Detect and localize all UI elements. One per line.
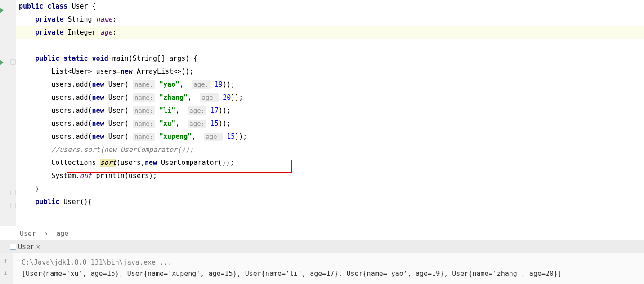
- param-hint: name:: [133, 93, 155, 102]
- code-line: users.add(new User( name: "xu", age: 15)…: [16, 117, 644, 130]
- code-editor[interactable]: public class User { private String name;…: [16, 0, 644, 226]
- number: 19: [215, 80, 223, 89]
- keyword: public: [35, 198, 59, 206]
- keyword: public: [19, 2, 43, 10]
- params: (String[] args) {: [129, 54, 198, 62]
- param-hint: age:: [188, 120, 206, 128]
- code-text: ));: [235, 133, 247, 141]
- comment: //users.sort(new UserComparator());: [19, 146, 193, 154]
- code-text: User(: [104, 133, 129, 141]
- code-text: ));: [223, 80, 235, 89]
- code-line-highlighted: Collections.sort(users,new UserComparato…: [16, 156, 644, 169]
- code-text: ,: [175, 120, 183, 128]
- code-text: ));: [219, 106, 231, 115]
- field: out: [80, 172, 92, 180]
- code-line: public User(){: [16, 195, 644, 209]
- string: "xupeng": [159, 133, 192, 141]
- split-border[interactable]: [569, 0, 569, 226]
- fold-icon[interactable]: [10, 190, 16, 195]
- punct: ;: [112, 15, 116, 23]
- param-hint: name:: [133, 80, 155, 89]
- method-name: main: [112, 54, 129, 62]
- keyword: new: [92, 106, 104, 115]
- code-text: ArrayList<>();: [133, 67, 193, 75]
- param-hint: age:: [204, 133, 223, 141]
- fold-icon[interactable]: [10, 203, 16, 208]
- code-line: public class User {: [16, 0, 644, 13]
- param-hint: age:: [200, 93, 219, 102]
- code-text: (users,: [116, 159, 145, 167]
- keyword: new: [145, 159, 157, 167]
- run-marker-icon[interactable]: [0, 8, 4, 13]
- code-text: users.add(: [19, 80, 92, 89]
- gutter: [0, 0, 16, 226]
- field: age: [100, 28, 112, 36]
- string: "xu": [159, 120, 175, 128]
- code-text: ,: [179, 80, 188, 89]
- keyword: private: [35, 28, 63, 36]
- code-text: Collections.: [19, 159, 100, 167]
- code-line: public static void main(String[] args) {: [16, 52, 644, 65]
- code-line: users.add(new User( name: "zhang", age: …: [16, 91, 644, 104]
- code-line-active: private Integer age;: [16, 26, 644, 39]
- param-hint: age:: [188, 106, 206, 115]
- breadcrumb-item[interactable]: age: [56, 230, 68, 238]
- fold-icon[interactable]: [10, 59, 16, 65]
- breadcrumb[interactable]: User › age: [16, 227, 644, 240]
- code-text: ,: [192, 133, 200, 141]
- code-text: List<User> users=: [19, 67, 121, 75]
- breadcrumb-item[interactable]: User: [20, 230, 36, 238]
- code-text: User(: [104, 106, 129, 115]
- param-hint: age:: [192, 80, 210, 89]
- code-line: users.add(new User( name: "xupeng", age:…: [16, 130, 644, 143]
- down-arrow-icon[interactable]: ↓: [4, 269, 8, 277]
- keyword: public: [35, 54, 59, 62]
- code-line: }: [16, 182, 644, 195]
- keyword: new: [92, 133, 104, 141]
- up-arrow-icon[interactable]: ↑: [4, 256, 8, 265]
- string: "yao": [159, 80, 179, 89]
- code-text: User(){: [59, 198, 92, 206]
- console-result: [User{name='xu', age=15}, User{name='xup…: [22, 270, 562, 278]
- method-call: sort: [100, 159, 116, 167]
- number: 20: [223, 93, 231, 102]
- code-line: users.add(new User( name: "li", age: 17)…: [16, 104, 644, 117]
- code-text: User(: [104, 120, 129, 128]
- run-window-tab[interactable]: User×: [0, 240, 644, 253]
- keyword: new: [121, 67, 133, 75]
- keyword: new: [92, 80, 104, 89]
- run-marker-icon[interactable]: [0, 60, 4, 65]
- keyword: new: [92, 120, 104, 128]
- number: 15: [227, 133, 235, 141]
- code-text: users.add(: [19, 93, 92, 102]
- code-text: User(: [104, 80, 129, 89]
- console-output[interactable]: C:\Java\jdk1.8.0_131\bin\java.exe ... [U…: [22, 257, 562, 280]
- type: String: [67, 15, 92, 23]
- param-hint: name:: [133, 133, 155, 141]
- string: "li": [159, 106, 175, 115]
- run-tab-label: User: [18, 243, 34, 251]
- file-icon: [10, 244, 16, 250]
- code-text: ,: [175, 106, 183, 115]
- param-hint: name:: [133, 106, 155, 115]
- code-line: //users.sort(new UserComparator());: [16, 143, 644, 156]
- close-icon[interactable]: ×: [36, 243, 40, 251]
- keyword: static: [63, 54, 88, 62]
- string: "zhang": [159, 93, 188, 102]
- number: 17: [210, 106, 219, 115]
- code-line: System.out.println(users);: [16, 169, 644, 182]
- console-command: C:\Java\jdk1.8.0_131\bin\java.exe ...: [22, 258, 172, 266]
- code-text: User(: [104, 93, 129, 102]
- type: Integer: [67, 28, 96, 36]
- param-hint: name:: [133, 120, 155, 128]
- code-text: users.add(: [19, 133, 92, 141]
- field: name: [96, 15, 112, 23]
- code-text: UserComparator());: [157, 159, 234, 167]
- code-line: List<User> users=new ArrayList<>();: [16, 65, 644, 78]
- keyword: void: [92, 54, 108, 62]
- code-text: System.: [19, 172, 80, 180]
- chevron-right-icon: ›: [44, 230, 48, 238]
- number: 15: [210, 120, 219, 128]
- code-text: ));: [219, 120, 231, 128]
- console-gutter: ↑ ↓: [0, 253, 13, 284]
